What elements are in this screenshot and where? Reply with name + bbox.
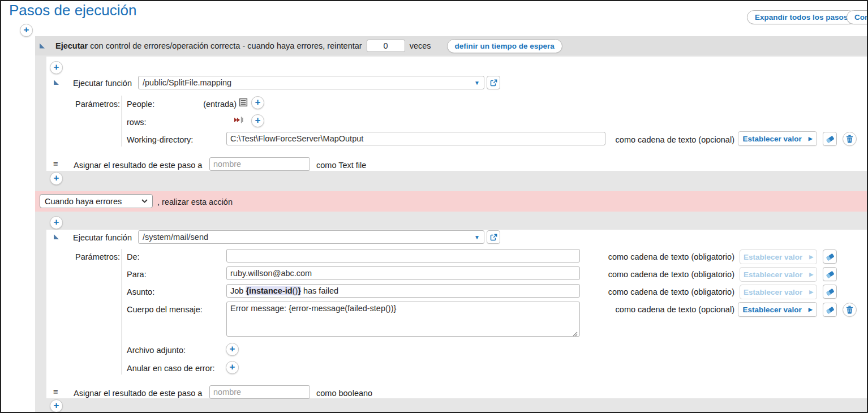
set-expression-button[interactable]: [823, 285, 837, 299]
chevron-down-icon: [141, 199, 148, 203]
param-name-anular-error: Anular en caso de error:: [127, 363, 215, 374]
open-in-new-icon: [490, 234, 497, 241]
mail-body-textarea[interactable]: Error message: {error-message(failed-ste…: [226, 302, 580, 337]
expand-all-steps-button[interactable]: Expandir todos los pasos: [747, 10, 856, 24]
collapse-triangle-icon[interactable]: [40, 44, 45, 49]
add-step-button-inner-3[interactable]: +: [50, 216, 63, 229]
collapse-all-steps-button[interactable]: Cont: [846, 10, 868, 24]
mail-to-input[interactable]: [226, 266, 580, 280]
working-directory-input[interactable]: [226, 132, 605, 145]
param-name-working-directory: Working-directory:: [127, 134, 193, 145]
page-title: Pasos de ejecución: [9, 2, 136, 19]
assign-result-type: como booleano: [316, 388, 372, 399]
set-expression-button[interactable]: [823, 249, 837, 264]
assign-result-label: Asignar el resultado de este paso a: [74, 388, 202, 399]
caret-right-icon: ▶: [809, 307, 813, 312]
function-path-combobox-mail[interactable]: /system/mail/send ▼: [138, 230, 484, 244]
eraser-icon: [826, 135, 835, 144]
assign-result-name-input[interactable]: [209, 157, 310, 171]
param-annotation-entrada: (entrada): [183, 98, 237, 110]
add-step-button-inner-4[interactable]: +: [50, 399, 63, 412]
function-path-value: /system/mail/send: [143, 233, 208, 242]
trash-icon: [846, 135, 853, 143]
dropdown-arrow-icon: ▼: [474, 234, 480, 240]
add-abort-on-error-button[interactable]: +: [226, 361, 239, 374]
subject-text: Job: [230, 286, 246, 295]
execution-steps-page: Pasos de ejecución Expandir todos los pa…: [0, 0, 868, 413]
assign-equals-sign: =: [53, 388, 58, 397]
assign-equals-sign: =: [53, 160, 58, 169]
param-name-asunto: Asunto:: [127, 286, 154, 298]
delete-parameter-button[interactable]: [843, 303, 857, 317]
set-value-button-asunto: Establecer valor▶: [740, 285, 817, 299]
add-step-button-inner-2[interactable]: +: [50, 172, 63, 185]
mail-subject-input[interactable]: Job {instance-id()} has failed: [226, 284, 580, 298]
plus-icon: +: [54, 401, 59, 410]
exec-function-label: Ejecutar función: [73, 78, 132, 89]
type-note: como cadena de texto (opcional): [590, 134, 734, 145]
mail-from-input[interactable]: [226, 249, 580, 263]
param-name-cuerpo: Cuerpo del mensaje:: [127, 304, 203, 315]
add-value-rows-button[interactable]: +: [251, 114, 264, 127]
plus-icon: +: [230, 362, 235, 372]
param-name-archivo-adjunto: Archivo adjunto:: [127, 345, 186, 356]
set-value-button-para: Establecer valor▶: [740, 267, 817, 282]
params-label: Parámetros:: [75, 98, 120, 110]
error-mode-value: Cuando haya errores: [45, 197, 122, 206]
param-name-para: Para:: [127, 269, 147, 280]
error-handling-step-header: Ejecutar con control de errores/operació…: [35, 36, 868, 55]
set-value-label: Establecer valor: [742, 135, 801, 143]
step1-panel: [46, 57, 868, 171]
set-value-label: Establecer valor: [744, 270, 802, 279]
add-step-button-top[interactable]: +: [20, 24, 33, 37]
token-parens: (): [293, 286, 298, 295]
plus-icon: +: [255, 97, 261, 107]
delete-parameter-button[interactable]: [843, 132, 857, 146]
add-step-button-inner-1[interactable]: +: [50, 61, 63, 74]
caret-right-icon: ▶: [809, 254, 813, 260]
set-expression-button[interactable]: [823, 267, 837, 281]
set-value-label: Establecer valor: [744, 288, 802, 296]
set-value-button-de: Establecer valor▶: [740, 249, 817, 264]
type-note: como cadena de texto (obligatorio): [590, 286, 734, 298]
caret-right-icon: ▶: [809, 136, 813, 141]
params-divider: [122, 249, 122, 375]
on-error-suffix: , realizar esta acción: [157, 196, 233, 208]
exec-function-label: Ejecutar función: [73, 232, 132, 243]
set-expression-button[interactable]: [823, 132, 837, 146]
dropdown-arrow-icon: ▼: [474, 80, 480, 86]
assign-result-name-input[interactable]: [209, 385, 310, 399]
caret-right-icon: ▶: [809, 289, 813, 295]
set-value-button-cuerpo[interactable]: Establecer valor▶: [738, 302, 817, 317]
param-name-de: De:: [127, 251, 140, 263]
token-open: {instance-id: [246, 286, 292, 295]
function-path-combobox[interactable]: /public/SplitFile.mapping ▼: [138, 76, 484, 89]
error-mode-select[interactable]: Cuando haya errores: [40, 194, 153, 208]
set-value-button-working-directory[interactable]: Establecer valor▶: [738, 131, 817, 146]
plus-icon: +: [255, 115, 261, 125]
open-function-button[interactable]: [487, 230, 500, 244]
plus-icon: +: [54, 217, 59, 227]
add-attachment-button[interactable]: +: [226, 343, 239, 356]
define-timeout-button[interactable]: definir un tiempo de espera: [447, 39, 562, 53]
eraser-icon: [826, 287, 835, 296]
plus-icon: +: [24, 25, 29, 35]
open-function-button[interactable]: [487, 76, 500, 89]
assign-result-type: como Text file: [316, 160, 366, 171]
params-divider: [122, 96, 122, 147]
set-expression-button[interactable]: [823, 303, 837, 317]
param-name-rows: rows:: [127, 117, 147, 128]
retry-count-input[interactable]: [367, 40, 405, 52]
eraser-icon: [826, 306, 835, 315]
add-value-people-button[interactable]: +: [251, 96, 264, 109]
plus-icon: +: [230, 344, 235, 354]
set-value-label: Establecer valor: [744, 253, 802, 261]
subject-text: has failed: [301, 286, 338, 295]
type-note: como cadena de texto (obligatorio): [590, 269, 734, 280]
step-header-keyword: Ejecutar: [55, 41, 88, 50]
expression-token: {instance-id()}: [246, 286, 301, 295]
set-value-label: Establecer valor: [742, 306, 801, 314]
eraser-icon: [826, 270, 835, 279]
type-note: como cadena de texto (opcional): [590, 304, 734, 315]
param-name-people: People:: [127, 98, 154, 110]
